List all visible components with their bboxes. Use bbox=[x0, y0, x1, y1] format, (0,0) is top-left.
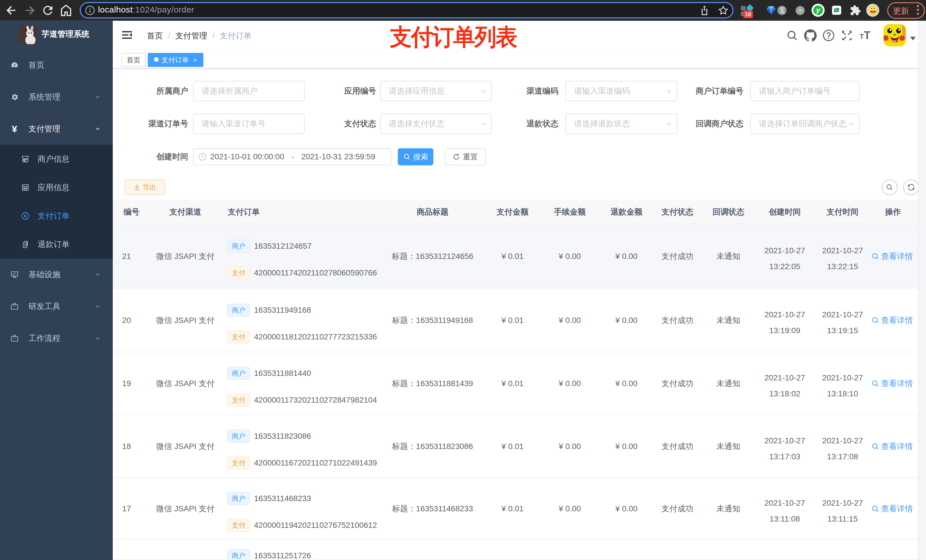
svg-text:¥: ¥ bbox=[24, 213, 27, 218]
